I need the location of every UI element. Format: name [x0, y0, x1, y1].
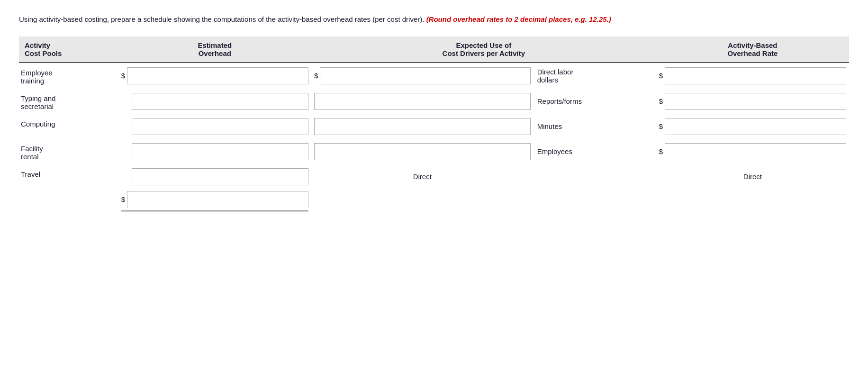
dollar-sign-total: $: [121, 195, 125, 203]
expected-use-cell-3: [311, 114, 533, 139]
input-rate-4[interactable]: [665, 143, 846, 160]
cost-driver-label-4: Employees: [533, 139, 656, 164]
total-cell: $: [118, 189, 311, 213]
activity-label-facility-rental: Facilityrental: [19, 139, 118, 164]
cost-driver-label-5: [533, 164, 656, 189]
rate-cell-2: $: [656, 89, 849, 114]
header-estimated-overhead: EstimatedOverhead: [118, 36, 311, 63]
estimated-overhead-cell-3: [118, 114, 311, 139]
input-est-overhead-3[interactable]: [132, 118, 308, 135]
activity-label-computing: Computing: [19, 114, 118, 139]
input-est-overhead-4[interactable]: [132, 143, 308, 160]
intro-paragraph: Using activity-based costing, prepare a …: [19, 14, 848, 25]
cost-driver-label-3: Minutes: [533, 114, 656, 139]
overhead-table: ActivityCost Pools EstimatedOverhead Exp…: [19, 36, 849, 213]
main-table-wrapper: ActivityCost Pools EstimatedOverhead Exp…: [19, 36, 849, 213]
activity-label-typing: Typing andsecretarial: [19, 89, 118, 114]
table-header-row: ActivityCost Pools EstimatedOverhead Exp…: [19, 36, 849, 63]
exp-use-direct-text: Direct: [311, 164, 533, 189]
input-est-overhead-2[interactable]: [132, 93, 308, 110]
intro-main-text: Using activity-based costing, prepare a …: [19, 15, 424, 23]
dollar-sign-rate-4: $: [659, 147, 663, 155]
rate-direct-text: Direct: [656, 164, 849, 189]
dollar-sign-exp-1: $: [314, 72, 318, 80]
cost-driver-label-2: Reports/forms: [533, 89, 656, 114]
input-rate-2[interactable]: [665, 93, 846, 110]
rate-cell-1: $: [656, 63, 849, 89]
dollar-sign-rate-2: $: [659, 97, 663, 105]
estimated-overhead-cell-1: $: [118, 63, 311, 89]
dollar-sign-rate-3: $: [659, 122, 663, 130]
estimated-overhead-cell-2: [118, 89, 311, 114]
table-row: Employeetraining $ $ Direct labordollars: [19, 63, 849, 89]
table-row: Computing Minutes $: [19, 114, 849, 139]
total-label-empty: [19, 189, 118, 213]
input-exp-use-4[interactable]: [314, 143, 531, 160]
header-activity-cost-pools: ActivityCost Pools: [19, 36, 118, 63]
rate-cell-4: $: [656, 139, 849, 164]
rate-cell-3: $: [656, 114, 849, 139]
estimated-overhead-cell-5: [118, 164, 311, 189]
dollar-sign-est-1: $: [121, 72, 125, 80]
cost-driver-label-1: Direct labordollars: [533, 63, 656, 89]
expected-use-cell-1: $: [311, 63, 533, 89]
table-row: Facilityrental Employees $: [19, 139, 849, 164]
input-est-overhead-5[interactable]: [132, 168, 308, 185]
intro-note: (Round overhead rates to 2 decimal place…: [426, 15, 611, 23]
activity-label-employee-training: Employeetraining: [19, 63, 118, 89]
table-row: Typing andsecretarial Reports/forms $: [19, 89, 849, 114]
table-row-travel: Travel Direct Direct: [19, 164, 849, 189]
estimated-overhead-cell-4: [118, 139, 311, 164]
total-exp-empty: [311, 189, 533, 213]
total-rate-empty: [656, 189, 849, 213]
header-expected-use: Expected Use ofCost Drivers per Activity: [311, 36, 656, 63]
input-exp-use-1[interactable]: [320, 67, 530, 84]
input-rate-1[interactable]: [665, 67, 846, 84]
table-total-row: $: [19, 189, 849, 213]
input-exp-use-3[interactable]: [314, 118, 531, 135]
total-driver-empty: [533, 189, 656, 213]
input-est-overhead-1[interactable]: [127, 67, 308, 84]
input-total[interactable]: [127, 191, 308, 208]
activity-label-travel: Travel: [19, 164, 118, 189]
input-rate-3[interactable]: [665, 118, 846, 135]
input-exp-use-2[interactable]: [314, 93, 531, 110]
expected-use-cell-4: [311, 139, 533, 164]
dollar-sign-rate-1: $: [659, 72, 663, 80]
header-activity-based-rate: Activity-BasedOverhead Rate: [656, 36, 849, 63]
expected-use-cell-2: [311, 89, 533, 114]
